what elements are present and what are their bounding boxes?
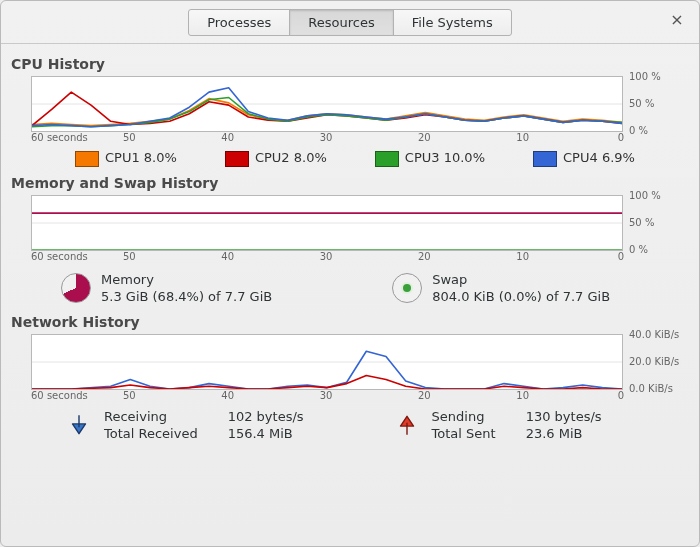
y-tick: 40.0 KiB/s (629, 328, 679, 339)
total-recv-label: Total Received (104, 425, 228, 442)
cpu-y-axis: 100 % 50 % 0 % (623, 76, 675, 130)
y-tick: 0 % (629, 243, 648, 254)
x-tick: 40 (221, 251, 234, 262)
x-tick: 60 seconds (31, 251, 88, 262)
net-y-axis: 40.0 KiB/s 20.0 KiB/s 0.0 KiB/s (623, 334, 675, 388)
x-tick: 50 (123, 251, 136, 262)
recv-rate: 102 bytes/s (228, 408, 334, 425)
x-tick: 0 (618, 390, 624, 401)
resources-pane: CPU History 100 % 50 % 0 % 60 seconds 50… (1, 44, 699, 450)
send-label: Sending (432, 408, 526, 425)
x-tick: 50 (123, 132, 136, 143)
mem-x-axis: 60 seconds 50 40 30 20 10 0 (31, 251, 621, 265)
cpu-x-axis: 60 seconds 50 40 30 20 10 0 (31, 132, 621, 146)
x-tick: 20 (418, 390, 431, 401)
swap-block[interactable]: Swap 804.0 KiB (0.0%) of 7.7 GiB (392, 271, 610, 306)
y-tick: 50 % (629, 216, 654, 227)
net-history-chart-row: 40.0 KiB/s 20.0 KiB/s 0.0 KiB/s (11, 334, 689, 390)
legend-cpu3[interactable]: CPU3 10.0% (375, 150, 485, 167)
tab-filesystems[interactable]: File Systems (393, 9, 512, 36)
close-icon[interactable]: × (667, 11, 687, 31)
memory-block[interactable]: Memory 5.3 GiB (68.4%) of 7.7 GiB (61, 271, 272, 306)
system-monitor-window: Processes Resources File Systems × CPU H… (0, 0, 700, 547)
total-sent-label: Total Sent (432, 425, 526, 442)
tab-resources[interactable]: Resources (289, 9, 393, 36)
x-tick: 0 (618, 251, 624, 262)
x-tick: 30 (320, 251, 333, 262)
legend-cpu1[interactable]: CPU1 8.0% (75, 150, 177, 167)
y-tick: 0 % (629, 125, 648, 136)
x-tick: 0 (618, 132, 624, 143)
recv-label: Receiving (104, 408, 228, 425)
x-tick: 10 (516, 390, 529, 401)
pie-icon (61, 273, 91, 303)
x-tick: 20 (418, 251, 431, 262)
arrow-down-icon (66, 412, 92, 438)
legend-cpu4[interactable]: CPU4 6.9% (533, 150, 635, 167)
sending-block[interactable]: Sending130 bytes/s Total Sent23.6 MiB (394, 408, 632, 442)
y-tick: 0.0 KiB/s (629, 382, 673, 393)
mem-history-chart-row: 100 % 50 % 0 % (11, 195, 689, 251)
arrow-up-icon (394, 412, 420, 438)
network-summary: Receiving102 bytes/s Total Received156.4… (11, 404, 689, 442)
memory-detail: 5.3 GiB (68.4%) of 7.7 GiB (101, 288, 272, 306)
x-tick: 50 (123, 390, 136, 401)
x-tick: 30 (320, 132, 333, 143)
total-recv: 156.4 MiB (228, 425, 334, 442)
x-tick: 30 (320, 390, 333, 401)
x-tick: 20 (418, 132, 431, 143)
mem-history-chart (31, 195, 623, 251)
x-tick: 60 seconds (31, 390, 88, 401)
y-tick: 100 % (629, 189, 661, 200)
cpu-history-chart-row: 100 % 50 % 0 % (11, 76, 689, 132)
memory-summary: Memory 5.3 GiB (68.4%) of 7.7 GiB Swap 8… (11, 265, 689, 308)
x-tick: 40 (221, 390, 234, 401)
x-tick: 40 (221, 132, 234, 143)
net-history-chart (31, 334, 623, 390)
x-tick: 10 (516, 251, 529, 262)
swap-detail: 804.0 KiB (0.0%) of 7.7 GiB (432, 288, 610, 306)
tab-processes[interactable]: Processes (188, 9, 290, 36)
receiving-block[interactable]: Receiving102 bytes/s Total Received156.4… (66, 408, 334, 442)
net-x-axis: 60 seconds 50 40 30 20 10 0 (31, 390, 621, 404)
y-tick: 50 % (629, 98, 654, 109)
mem-y-axis: 100 % 50 % 0 % (623, 195, 675, 249)
swatch-icon (533, 151, 557, 167)
x-tick: 10 (516, 132, 529, 143)
view-tabs: Processes Resources File Systems (188, 9, 512, 36)
titlebar: Processes Resources File Systems × (1, 1, 699, 44)
swatch-icon (225, 151, 249, 167)
legend-cpu2[interactable]: CPU2 8.0% (225, 150, 327, 167)
y-tick: 20.0 KiB/s (629, 355, 679, 366)
cpu-history-title: CPU History (11, 56, 689, 72)
swatch-icon (375, 151, 399, 167)
cpu-legend: CPU1 8.0% CPU2 8.0% CPU3 10.0% CPU4 6.9% (11, 146, 689, 169)
total-sent: 23.6 MiB (526, 425, 632, 442)
net-history-title: Network History (11, 314, 689, 330)
memory-label: Memory (101, 271, 272, 289)
send-rate: 130 bytes/s (526, 408, 632, 425)
cpu-history-chart (31, 76, 623, 132)
pie-icon (392, 273, 422, 303)
y-tick: 100 % (629, 71, 661, 82)
mem-history-title: Memory and Swap History (11, 175, 689, 191)
swatch-icon (75, 151, 99, 167)
swap-label: Swap (432, 271, 610, 289)
x-tick: 60 seconds (31, 132, 88, 143)
